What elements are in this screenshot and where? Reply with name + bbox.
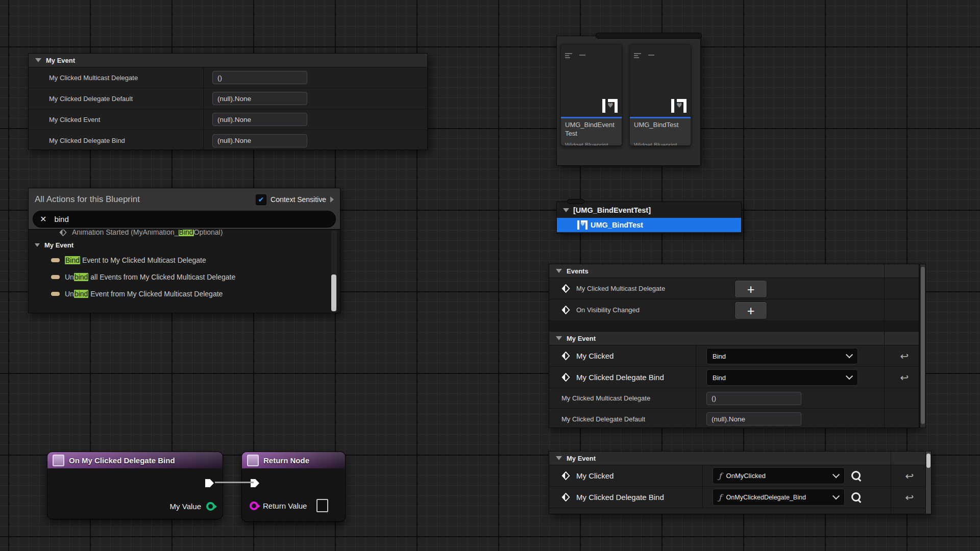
popup-scrollbar[interactable] <box>331 231 337 312</box>
column-divider <box>203 130 204 151</box>
event-dispatcher-icon <box>561 352 570 360</box>
event-label: My Clicked <box>576 352 614 360</box>
exec-input-pin[interactable] <box>251 479 259 487</box>
event-dispatcher-icon <box>561 471 570 480</box>
action-item[interactable]: Bind Event to My Clicked Multicast Deleg… <box>29 252 340 268</box>
node-header[interactable]: Return Node <box>242 452 345 468</box>
column-divider <box>696 345 696 366</box>
event-dispatcher-icon <box>561 493 570 502</box>
event-label: On Visibility Changed <box>576 306 640 314</box>
expand-right-icon[interactable] <box>330 196 334 203</box>
return-value-checkbox[interactable] <box>316 499 328 512</box>
function-dropdown[interactable]: ƒ OnMyClickedDelegate_Bind <box>713 489 845 506</box>
collapse-arrow-icon[interactable] <box>556 456 562 460</box>
collapse-arrow-icon[interactable] <box>35 58 41 62</box>
return-value-input-pin[interactable] <box>250 502 258 510</box>
browse-function-icon[interactable] <box>851 471 861 480</box>
event-node-icon <box>53 455 64 466</box>
reset-to-default-icon[interactable]: ↩ <box>894 371 915 384</box>
property-label: My Clicked Multicast Delegate <box>29 74 138 82</box>
bind-dropdown[interactable]: Bind <box>706 348 858 364</box>
category-header-my-event[interactable]: My Event <box>549 452 930 465</box>
action-search-input[interactable] <box>53 214 329 224</box>
action-item-clipped[interactable]: Animation Started (MyAnimation_BindOptio… <box>29 229 340 238</box>
action-item[interactable]: Unbind Event from My Clicked Multicast D… <box>29 285 340 302</box>
column-divider <box>203 67 204 88</box>
node-header[interactable]: On My Clicked Delegate Bind <box>47 452 223 468</box>
popup-scrollbar-thumb[interactable] <box>331 274 336 311</box>
node-title: On My Clicked Delegate Bind <box>69 456 175 465</box>
blueprint-editor-canvas[interactable]: My Event My Clicked Multicast Delegate (… <box>0 0 980 551</box>
category-title: My Event <box>567 455 596 462</box>
node-return-node[interactable]: Return Node Return Value <box>241 452 346 522</box>
column-divider <box>696 367 696 388</box>
action-item-label: Bind Event to My Clicked Multicast Deleg… <box>65 256 206 264</box>
bottom-panel-scrollbar[interactable] <box>925 451 932 514</box>
property-value-field[interactable]: (null).None <box>706 412 801 425</box>
hierarchy-selected-row[interactable]: ♥ UMG_BindTest <box>557 218 741 232</box>
event-dispatcher-row: On Visibility Changed + <box>549 299 919 321</box>
browse-function-icon[interactable] <box>851 492 861 502</box>
collapse-arrow-icon[interactable] <box>563 208 569 212</box>
reset-to-default-icon[interactable]: ↩ <box>899 470 920 482</box>
event-dispatcher-icon <box>59 229 67 236</box>
category-header-events[interactable]: Events <box>549 264 919 278</box>
thumb-text-line <box>634 53 641 54</box>
property-label: My Clicked Delegate Default <box>549 415 645 423</box>
asset-name: UMG_BindEventTest <box>561 118 622 140</box>
property-label: My Clicked Event <box>29 116 100 123</box>
property-value-field[interactable]: (null).None <box>212 92 307 105</box>
hierarchy-root-row[interactable]: [UMG_BindEventTest] <box>557 202 741 218</box>
asset-card-umg-bindeventtest[interactable]: ♥ UMG_BindEventTest Widget Blueprint <box>560 44 622 146</box>
property-value-field[interactable]: (null).None <box>212 113 307 126</box>
bind-dropdown[interactable]: Bind <box>706 369 858 386</box>
action-item[interactable]: Unbind all Events from My Clicked Multic… <box>29 268 340 285</box>
function-dropdown[interactable]: ƒ OnMyClicked <box>713 467 845 484</box>
chevron-down-icon <box>846 351 853 358</box>
action-search-bar: ✕ <box>33 211 336 228</box>
widget-blueprint-icon: ♥ <box>577 220 587 230</box>
chevron-down-icon <box>846 372 853 380</box>
event-dispatcher-icon <box>561 373 570 382</box>
my-value-output-pin[interactable] <box>206 502 215 511</box>
thumb-text-line <box>579 55 585 56</box>
property-value-field[interactable]: () <box>212 71 307 84</box>
details-scrollbar[interactable] <box>920 264 926 428</box>
thumb-text-line <box>634 55 638 56</box>
collapse-arrow-icon[interactable] <box>556 269 562 273</box>
reset-to-default-icon[interactable]: ↩ <box>894 350 915 362</box>
property-value-field[interactable]: (null).None <box>212 134 307 147</box>
property-value-field[interactable]: () <box>706 392 801 405</box>
collapse-arrow-icon[interactable] <box>35 243 40 247</box>
pin-label: My Value <box>170 502 201 511</box>
asset-thumbnail: ♥ <box>630 44 691 117</box>
reset-to-default-icon[interactable]: ↩ <box>899 491 920 504</box>
category-header-my-event[interactable]: My Event <box>549 332 919 345</box>
thumb-text-line <box>565 53 572 54</box>
details-scrollbar-thumb[interactable] <box>921 267 925 424</box>
context-sensitive-checkbox[interactable]: ✔ <box>256 194 266 205</box>
event-bind-row: My Clicked Delegate Bind Bind ↩ <box>549 367 919 388</box>
output-pin-row: My Value <box>170 502 215 511</box>
detail-row: My Clicked Delegate Default (null).None <box>549 409 919 429</box>
hierarchy-root-label: [UMG_BindEventTest] <box>573 206 651 214</box>
column-divider <box>702 487 703 508</box>
add-event-button[interactable]: + <box>734 302 767 319</box>
exec-output-pin[interactable] <box>205 479 214 487</box>
delegate-pill-icon <box>51 258 60 262</box>
property-label: My Clicked Delegate Bind <box>29 137 125 144</box>
clear-search-icon[interactable]: ✕ <box>40 214 46 224</box>
add-event-button[interactable]: + <box>734 280 767 298</box>
bottom-panel-scrollbar-thumb[interactable] <box>926 454 930 468</box>
action-category-my-event[interactable]: My Event <box>29 238 340 252</box>
check-icon: ✔ <box>258 195 264 204</box>
category-header-my-event[interactable]: My Event <box>29 54 427 67</box>
node-on-my-clicked-delegate-bind[interactable]: On My Clicked Delegate Bind My Value <box>47 452 223 519</box>
asset-card-umg-bindtest[interactable]: ♥ UMG_BindTest Widget Blueprint <box>629 44 691 146</box>
event-dispatcher-row: My Clicked Multicast Delegate + <box>549 278 919 299</box>
event-label: My Clicked Multicast Delegate <box>576 285 665 292</box>
tab-notch <box>596 33 702 39</box>
asset-thumbnail: ♥ <box>561 44 622 117</box>
popup-title: All Actions for this Blueprint <box>35 194 252 205</box>
collapse-arrow-icon[interactable] <box>556 336 562 340</box>
